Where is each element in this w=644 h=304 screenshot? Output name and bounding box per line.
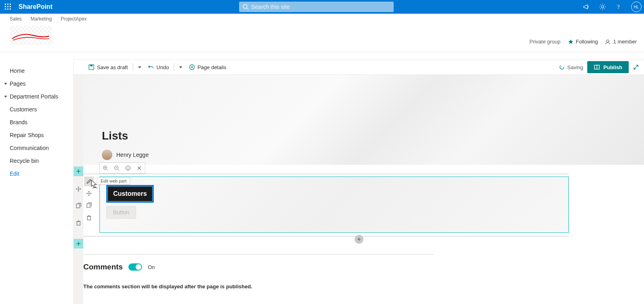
add-section-button[interactable] [74,166,83,176]
button-webpart[interactable]: Customers Button [99,177,569,233]
group-privacy: Private group [529,39,560,45]
search-input[interactable] [239,2,394,12]
svg-rect-30 [87,203,90,207]
search-icon [242,4,249,10]
svg-point-28 [127,167,128,168]
svg-rect-4 [7,6,8,7]
nav-pages[interactable]: Pages [0,77,73,90]
rail-duplicate-icon[interactable] [74,201,83,211]
rail-delete-icon[interactable] [74,218,83,228]
svg-point-11 [601,6,604,8]
add-webpart-button[interactable] [355,235,363,244]
section-rail [74,75,83,304]
move-webpart-icon[interactable] [84,189,94,198]
left-navigation: Home Pages Department Portals Customers … [0,60,74,304]
svg-rect-23 [76,204,80,208]
hub-nav: Sales Marketing ProjectApex [0,14,644,20]
svg-rect-15 [90,65,93,66]
page-details-button[interactable]: Page details [186,64,230,70]
svg-rect-1 [7,4,8,5]
svg-point-9 [243,4,247,8]
page-author[interactable]: Henry Legge [102,150,149,160]
app-launcher-icon[interactable] [4,3,12,11]
emoji-icon[interactable] [122,162,134,174]
zoom-in-icon[interactable] [100,162,111,174]
section: Edit web part Customers Button [83,174,569,236]
svg-rect-24 [77,222,80,225]
nav-item[interactable]: Customers [0,103,73,116]
svg-point-13 [607,40,609,42]
svg-rect-31 [87,216,91,220]
nav-item[interactable]: Recycle bin [0,154,73,167]
delete-webpart-icon[interactable] [84,213,94,222]
command-bar: Save as draft Undo Page details Saving P… [74,60,644,75]
suite-brand[interactable]: SharePoint [19,3,52,10]
hub-link[interactable]: Sales [10,16,22,20]
gear-icon[interactable] [599,3,606,10]
webpart-toolbar [83,177,95,222]
hub-link[interactable]: ProjectApex [61,16,87,20]
saving-status: Saving [559,64,583,70]
comments-state: On [148,264,155,270]
hub-link[interactable]: Marketing [31,16,52,20]
svg-point-29 [128,167,129,168]
author-avatar [102,150,112,160]
svg-rect-5 [10,6,11,7]
nav-department-portals[interactable]: Department Portals [0,90,73,103]
nav-item[interactable]: Brands [0,116,73,129]
comments-section: Comments On The comments section will be… [83,254,433,290]
svg-rect-7 [7,8,8,10]
svg-point-27 [126,166,130,170]
button-placeholder[interactable]: Button [106,206,136,219]
add-section-button[interactable] [74,239,83,249]
comments-toggle[interactable] [128,263,142,271]
nav-home[interactable]: Home [0,64,73,77]
save-draft-button[interactable]: Save as draft [85,64,131,70]
nav-item[interactable]: Communication [0,142,73,154]
undo-chevron[interactable] [176,66,186,68]
zoom-out-icon[interactable] [111,162,122,174]
undo-button[interactable]: Undo [144,64,172,70]
svg-line-10 [247,8,248,10]
help-icon[interactable]: ? [615,3,622,10]
svg-rect-2 [10,4,11,5]
rail-move-icon[interactable] [74,184,83,194]
duplicate-webpart-icon[interactable] [84,201,94,210]
nav-edit-link[interactable]: Edit [0,167,73,180]
svg-rect-8 [10,8,11,10]
publish-button[interactable]: Publish [587,61,629,73]
comments-title: Comments [83,263,123,271]
nav-item[interactable]: Repair Shops [0,129,73,142]
svg-text:?: ? [617,4,620,10]
title-toolbar [99,162,145,174]
title-region: Lists Henry Legge [83,75,644,165]
page-title[interactable]: Lists [102,129,128,142]
comments-note: The comments section will be displayed a… [83,283,433,290]
svg-rect-6 [5,8,6,10]
svg-rect-3 [5,6,6,7]
megaphone-icon[interactable] [583,3,590,10]
site-logo[interactable] [10,26,52,45]
customers-button[interactable]: Customers [106,185,154,203]
svg-rect-0 [5,4,6,5]
follow-toggle[interactable]: Following [568,39,598,45]
close-icon[interactable] [134,162,145,174]
members-link[interactable]: 1 member [605,39,637,45]
edit-webpart-icon[interactable] [84,177,94,186]
user-avatar[interactable]: HL [631,2,642,12]
edit-webpart-tooltip: Edit web part [97,177,130,185]
save-draft-chevron[interactable] [135,66,144,68]
svg-point-18 [560,65,564,69]
expand-icon[interactable] [633,64,639,70]
